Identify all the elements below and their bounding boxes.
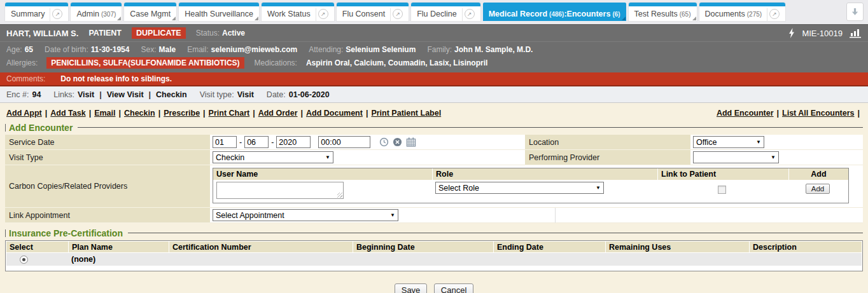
carbon-copies-table-wrap: User Name Role Link to Patient Add Selec… (210, 165, 863, 208)
clear-time-icon[interactable] (393, 137, 402, 147)
clock-icon[interactable] (379, 137, 389, 147)
separator: | (158, 109, 161, 118)
tab-label: Test Results (634, 10, 678, 18)
user-name-input[interactable] (216, 182, 344, 199)
add-encounter-title: Add Encounter (9, 123, 73, 133)
save-button[interactable]: Save (395, 283, 428, 293)
performing-provider-select[interactable]: ▼ (693, 151, 779, 163)
chart-stats-icon[interactable] (849, 28, 862, 38)
tab-label: Flu Decline (417, 10, 457, 18)
email-label: Email: (187, 45, 208, 54)
location-select[interactable]: Office▼ (693, 136, 764, 148)
carbon-copies-label: Carbon Copies/Related Providers (5, 165, 210, 208)
cancel-button[interactable]: Cancel (434, 283, 473, 293)
tab-flu-decline[interactable]: Flu Decline↗ (411, 3, 480, 21)
prescribe-link[interactable]: Prescribe (164, 109, 200, 118)
link-visit[interactable]: Visit (78, 90, 94, 99)
separator: | (99, 90, 102, 99)
status-value: Active (222, 29, 245, 37)
download-tabs-button[interactable] (846, 3, 864, 21)
dob-label: Date of birth: (45, 45, 88, 54)
dropdown-arrow-icon: ▼ (771, 154, 776, 160)
legend-divider (78, 127, 863, 128)
tab-work-status[interactable]: Work Status↗ (262, 3, 334, 21)
tab-admin[interactable]: Admin(307) (71, 3, 122, 21)
role-value: Select Role (438, 184, 479, 193)
link-to-patient-checkbox[interactable] (718, 186, 726, 194)
family-label: Family: (427, 45, 452, 54)
allergies-badge[interactable]: PENICILLINS, SULFA(SULFONAMIDE ANTIBIOTI… (46, 57, 244, 69)
separator: | (118, 109, 121, 118)
page: Summary↗ Admin(307) Case Mgmt Health Sur… (0, 0, 868, 293)
dropdown-arrow-icon: ▼ (756, 139, 761, 145)
print-patient-label-link[interactable]: Print Patient Label (371, 109, 441, 118)
service-date-year-input[interactable] (276, 136, 311, 148)
add-appt-link[interactable]: Add Appt (6, 109, 42, 118)
tab-count: (307) (101, 11, 116, 18)
action-links: Add Appt| Add Task| Email| Checkin| Pres… (6, 109, 863, 118)
tab-count: (275) (747, 11, 762, 18)
tab-label: Case Mgmt (130, 10, 171, 18)
add-provider-button[interactable]: Add (806, 184, 830, 194)
legend-divider (128, 233, 863, 233)
checkin-link[interactable]: Checkin (124, 109, 155, 118)
patient-type: PATIENT (88, 29, 122, 37)
list-all-encounters-link[interactable]: List All Encounters (782, 109, 854, 118)
fold-icon (255, 17, 258, 20)
popout-icon[interactable]: ↗ (318, 9, 328, 19)
popout-icon[interactable]: ↗ (393, 9, 403, 19)
col-remaining-uses: Remaining Uses (606, 242, 749, 252)
add-task-link[interactable]: Add Task (50, 109, 85, 118)
tab-medical-record-encounters[interactable]: Medical Record(486):Encounters(6) (483, 3, 626, 21)
service-date-month-input[interactable] (213, 136, 237, 148)
separator: | (253, 109, 255, 118)
patient-name: HART, WILLIAM S. (6, 29, 78, 38)
service-time-input[interactable] (318, 136, 370, 148)
add-encounter-link[interactable]: Add Encounter (717, 109, 774, 118)
add-document-link[interactable]: Add Document (306, 109, 363, 118)
link-appointment-select[interactable]: Select Appointment▼ (213, 209, 398, 221)
print-chart-link[interactable]: Print Chart (209, 109, 250, 118)
carbon-copies-header: User Name Role Link to Patient Add (213, 168, 848, 180)
tab-case-mgmt[interactable]: Case Mgmt (124, 3, 176, 21)
popout-icon[interactable]: ↗ (52, 9, 62, 19)
visit-type-select[interactable]: Checkin▼ (213, 151, 333, 163)
email-link[interactable]: Email (94, 109, 115, 118)
certification-number-value (168, 253, 351, 266)
precert-none-radio[interactable] (20, 256, 28, 264)
service-date-day-input[interactable] (244, 136, 269, 148)
col-description: Description (750, 242, 862, 252)
visit-type-label: Visit type: (200, 90, 234, 99)
attending-value: Selenium Selenium (346, 45, 416, 54)
tab-label: Medical Record (489, 10, 547, 18)
tab-documents[interactable]: Documents(275)↗ (699, 3, 786, 21)
service-date-row: Service Date - - Location Office▼ (5, 135, 863, 150)
col-user-name: User Name (213, 168, 432, 180)
add-order-link[interactable]: Add Order (258, 109, 298, 118)
ending-date-value (491, 253, 603, 266)
calendar-icon[interactable] (406, 137, 416, 147)
separator: | (366, 109, 368, 118)
chart-id: MIE-10019 (802, 29, 843, 38)
tab-test-results[interactable]: Test Results(65) (629, 3, 697, 21)
tab-bar: Summary↗ Admin(307) Case Mgmt Health Sur… (0, 0, 868, 24)
role-select[interactable]: Select Role▼ (435, 182, 604, 194)
medications-label: Medications: (255, 58, 297, 67)
tab-summary[interactable]: Summary↗ (5, 3, 68, 21)
enc-number-label: Enc #: (6, 90, 29, 99)
tab-count: (65) (680, 11, 691, 18)
popout-icon[interactable]: ↗ (769, 9, 780, 19)
link-view-visit[interactable]: View Visit (107, 90, 144, 99)
separator: | (301, 109, 304, 118)
popout-icon[interactable]: ↗ (465, 9, 475, 19)
insurance-table-footer (6, 266, 862, 270)
dropdown-arrow-icon: ▼ (596, 185, 601, 191)
date-dash: - (271, 138, 274, 147)
tab-flu-consent[interactable]: Flu Consent↗ (337, 3, 409, 21)
link-checkin[interactable]: Checkin (156, 90, 187, 99)
tab-label: Health Surveillance (185, 10, 253, 18)
duplicate-badge[interactable]: DUPLICATE (132, 27, 186, 39)
tab-health-surveillance[interactable]: Health Surveillance (179, 3, 259, 21)
visit-type-value: Visit (237, 90, 254, 99)
email-value: selenium@mieweb.com (211, 45, 298, 54)
